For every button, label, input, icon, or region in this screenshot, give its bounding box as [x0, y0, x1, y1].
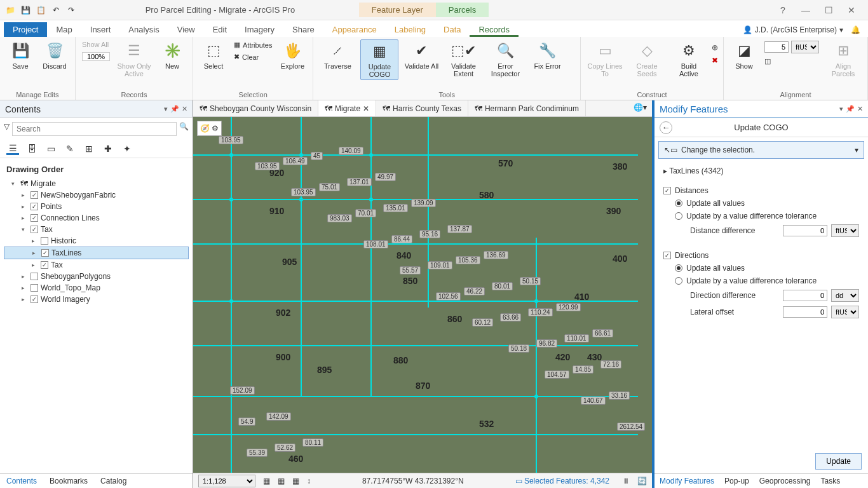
fix-error-button[interactable]: 🔧Fix Error: [528, 39, 566, 71]
directions-radio-tol[interactable]: [675, 277, 682, 285]
tab-modify-features[interactable]: Modify Features: [654, 474, 719, 488]
tab-view[interactable]: View: [168, 22, 204, 37]
tab-edit[interactable]: Edit: [204, 22, 236, 37]
bell-icon[interactable]: 🔔: [851, 25, 860, 34]
print-icon[interactable]: 📋: [34, 4, 47, 17]
status-icon-2[interactable]: ▦: [278, 477, 285, 485]
direction-unit-select[interactable]: dd: [831, 289, 859, 302]
tab-map[interactable]: Map: [47, 22, 81, 37]
pause-icon[interactable]: ⏸: [622, 477, 630, 485]
globe-icon[interactable]: 🌐▾: [628, 100, 652, 116]
layer-checkbox[interactable]: ✓: [41, 261, 48, 269]
tab-analysis[interactable]: Analysis: [119, 22, 168, 37]
scale-select[interactable]: 1:1,128: [198, 475, 255, 487]
redo-icon[interactable]: ↷: [65, 4, 78, 17]
layer-checkbox[interactable]: [41, 237, 48, 245]
attributes-button[interactable]: ▦ Attributes: [233, 39, 273, 50]
back-icon[interactable]: ←: [660, 121, 672, 134]
close-tab-icon[interactable]: ✕: [363, 104, 369, 113]
status-icon-3[interactable]: ▦: [292, 477, 299, 485]
distance-unit-select[interactable]: ftUS: [831, 224, 859, 237]
selected-features-count[interactable]: ▭ Selected Features: 4,342: [515, 477, 609, 485]
list-drawing-order-icon[interactable]: ☰: [6, 142, 19, 155]
help-icon[interactable]: ?: [774, 5, 792, 15]
directions-radio-all[interactable]: [675, 264, 682, 272]
undo-icon[interactable]: ↶: [50, 4, 62, 17]
navigator-tool[interactable]: 🧭 ⚙: [197, 121, 222, 136]
layer-world_topo_map[interactable]: ▸World_Topo_Map: [4, 282, 189, 294]
pin-icon[interactable]: 📌: [170, 105, 179, 113]
map-tab-2[interactable]: 🗺 Harris County Texas: [376, 100, 468, 116]
tab-catalog[interactable]: Catalog: [94, 474, 133, 488]
construct-opt1-icon[interactable]: ⊕: [712, 43, 718, 52]
layer-checkbox[interactable]: ✓: [31, 214, 38, 222]
list-source-icon[interactable]: 🗄: [25, 142, 38, 155]
close-pane-icon[interactable]: ✕: [857, 105, 863, 113]
contents-search-input[interactable]: [12, 122, 177, 136]
tab-contents[interactable]: Contents: [0, 474, 43, 488]
tab-popup[interactable]: Pop-up: [719, 474, 754, 488]
select-button[interactable]: ⬚Select: [198, 39, 229, 71]
tab-data[interactable]: Data: [435, 22, 470, 37]
new-record-button[interactable]: ✳️New: [157, 39, 187, 71]
minimize-icon[interactable]: —: [797, 5, 815, 15]
close-pane-icon[interactable]: ✕: [182, 105, 187, 113]
directions-checkbox[interactable]: ✓: [663, 252, 671, 259]
lateral-offset-input[interactable]: [783, 306, 827, 318]
list-perspective-icon[interactable]: ✦: [121, 142, 133, 155]
construct-opt2-icon[interactable]: ✖: [712, 56, 718, 65]
show-only-active-button[interactable]: ☰Show Only Active: [115, 39, 153, 79]
update-cogo-button[interactable]: ▦Update COGO: [360, 39, 398, 80]
layer-checkbox[interactable]: ✓: [31, 191, 38, 199]
update-button[interactable]: Update: [815, 453, 862, 470]
layer-world-imagery[interactable]: ▸✓World Imagery: [4, 294, 189, 305]
discard-button[interactable]: 🗑️Discard: [39, 39, 70, 71]
layer-sheboyganpolygons[interactable]: ▸SheboyganPolygons: [4, 271, 189, 282]
build-active-button[interactable]: ⚙Build Active: [670, 39, 708, 79]
tab-insert[interactable]: Insert: [81, 22, 120, 37]
tab-bookmarks[interactable]: Bookmarks: [43, 474, 94, 488]
layer-points[interactable]: ▸✓Points: [4, 201, 189, 212]
refresh-icon[interactable]: 🔄: [637, 477, 647, 485]
list-editing-icon[interactable]: ✎: [64, 142, 76, 155]
list-selection-icon[interactable]: ▭: [44, 142, 57, 155]
copy-lines-to-button[interactable]: ▭Copy Lines To: [586, 39, 624, 79]
show-button[interactable]: ◪Show: [729, 39, 759, 71]
records-pct-input[interactable]: [82, 52, 110, 61]
alignment-value-input[interactable]: [764, 41, 789, 53]
save-button[interactable]: 💾Save: [5, 39, 36, 71]
context-tab-feature-layer[interactable]: Feature Layer: [359, 3, 436, 17]
error-inspector-button[interactable]: 🔍Error Inspector: [486, 39, 524, 79]
maximize-icon[interactable]: ☐: [820, 5, 837, 15]
tab-project[interactable]: Project: [4, 22, 47, 37]
user-menu[interactable]: 👤 J.D. (ArcGIS Enterprise) ▾ 🔔: [735, 23, 868, 37]
tab-geoprocessing[interactable]: Geoprocessing: [754, 474, 816, 488]
tab-share[interactable]: Share: [283, 22, 323, 37]
search-icon[interactable]: 🔍: [179, 122, 189, 136]
alignment-opt-icon[interactable]: ◫: [763, 56, 820, 67]
map-tab-1[interactable]: 🗺 Migrate ✕: [318, 100, 376, 116]
map-root[interactable]: ▾🗺Migrate: [4, 178, 189, 189]
layer-taxlines[interactable]: ▸✓TaxLines: [4, 247, 189, 259]
save-icon[interactable]: 💾: [19, 4, 32, 17]
dock-menu-icon[interactable]: ▾: [839, 105, 843, 113]
tab-tasks[interactable]: Tasks: [815, 474, 845, 488]
filter-icon[interactable]: ▽: [4, 122, 10, 136]
create-seeds-button[interactable]: ◇Create Seeds: [628, 39, 666, 79]
direction-difference-input[interactable]: [783, 290, 827, 301]
tab-appearance[interactable]: Appearance: [323, 22, 386, 37]
distances-radio-all[interactable]: [675, 200, 682, 207]
distance-difference-input[interactable]: [783, 225, 827, 236]
layer-connection-lines[interactable]: ▸✓Connection Lines: [4, 212, 189, 224]
list-labeling-icon[interactable]: ✚: [102, 142, 114, 155]
change-selection-bar[interactable]: ↖▭ Change the selection. ▾: [658, 141, 864, 159]
map-canvas[interactable]: 9209109059029008955705808308408508608708…: [193, 117, 652, 473]
context-tab-parcels[interactable]: Parcels: [436, 3, 489, 17]
layer-tax[interactable]: ▸✓Tax: [4, 259, 189, 271]
map-tab-0[interactable]: 🗺 Sheboygan County Wisconsin: [193, 100, 318, 116]
layer-newsheboyganfabric[interactable]: ▸✓NewSheboyganFabric: [4, 189, 189, 201]
alignment-unit-select[interactable]: ftUS: [791, 41, 819, 53]
validate-extent-button[interactable]: ⬚✔Validate Extent: [444, 39, 482, 79]
layer-checkbox[interactable]: [31, 273, 38, 280]
tab-labeling[interactable]: Labeling: [386, 22, 435, 37]
